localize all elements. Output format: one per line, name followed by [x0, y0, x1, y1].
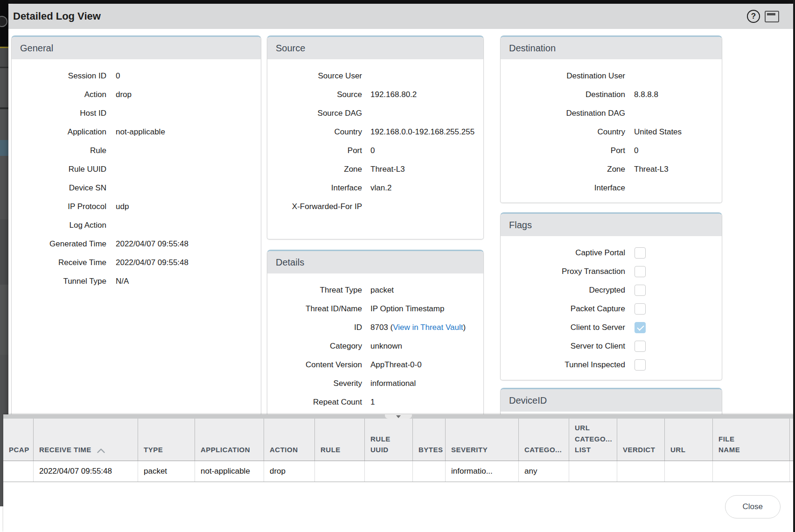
field-generated-time: Generated Time2022/04/07 09:55:48 [12, 235, 261, 253]
field-session-id: Session ID0 [12, 67, 261, 85]
details-panel-title: Details [267, 251, 483, 273]
field-source-port: Port0 [267, 141, 483, 160]
flag-checkbox-4[interactable] [635, 322, 646, 333]
column-header-application[interactable]: APPLICATION [195, 419, 264, 461]
cell-category: any [519, 461, 569, 482]
destination-panel-title: Destination [501, 37, 722, 59]
flag-server-to-client: Server to Client [501, 337, 722, 356]
flag-checkbox-2[interactable] [635, 285, 646, 296]
cell-rule-uuid [365, 461, 413, 482]
flag-tunnel-inspected: Tunnel Inspected [501, 356, 722, 374]
field-destination-zone: ZoneThreat-L3 [501, 160, 722, 179]
field-destination-interface: Interface [501, 179, 722, 197]
log-table-sheet: PCAP RECEIVE TIME TYPE APPLICATION ACTIO… [3, 414, 793, 532]
field-destination: Destination8.8.8.8 [501, 85, 722, 104]
general-panel-title: General [12, 37, 261, 59]
field-log-action: Log Action [12, 216, 261, 235]
field-rule: Rule [12, 141, 261, 160]
underlying-page-top-edge [0, 0, 795, 4]
cell-severity: informatio... [446, 461, 519, 482]
field-ip-protocol: IP Protocoludp [12, 197, 261, 216]
field-threat-id-name: Threat ID/NameIP Option Timestamp [267, 300, 483, 318]
splitter-drag-handle[interactable] [385, 414, 412, 419]
field-threat-type: Threat Typepacket [267, 281, 483, 300]
cell-verdict [617, 461, 665, 482]
field-host-id: Host ID [12, 104, 261, 123]
cell-type: packet [138, 461, 195, 482]
cell-url [665, 461, 713, 482]
horizontal-splitter [3, 414, 793, 419]
close-button[interactable]: Close [725, 495, 781, 518]
field-destination-port: Port0 [501, 141, 722, 160]
dialog-footer: Close [3, 482, 793, 518]
cell-url-category-list [569, 461, 617, 482]
underlying-page-right-edge [793, 0, 795, 532]
flag-checkbox-3[interactable] [635, 303, 646, 315]
flag-checkbox-5[interactable] [635, 341, 646, 352]
field-rule-uuid: Rule UUID [12, 160, 261, 179]
column-header-url-category-list[interactable]: URL CATEGO... LIST [569, 419, 617, 461]
field-destination-user: Destination User [501, 67, 722, 85]
flags-panel: Flags Captive Portal Proxy Transaction D… [500, 212, 722, 380]
cell-action: drop [264, 461, 315, 482]
column-header-file-name[interactable]: FILE NAME [713, 419, 790, 461]
flag-client-to-server: Client to Server [501, 318, 722, 337]
column-header-pcap[interactable]: PCAP [3, 419, 34, 461]
flag-checkbox-0[interactable] [635, 247, 646, 259]
field-x-forwarded-for-ip: X-Forwarded-For IP [267, 197, 483, 216]
field-threat-id: ID8703 (View in Threat Vault) [267, 318, 483, 337]
dialog-header: Detailed Log View ? [8, 4, 793, 29]
help-icon[interactable]: ? [747, 10, 760, 23]
cell-receive-time: 2022/04/07 09:55:48 [34, 461, 138, 482]
field-tunnel-type: Tunnel TypeN/A [12, 272, 261, 291]
column-header-verdict[interactable]: VERDICT [617, 419, 665, 461]
column-header-severity[interactable]: SEVERITY [446, 419, 519, 461]
field-repeat-count: Repeat Count1 [267, 393, 483, 412]
column-header-bytes[interactable]: BYTES [413, 419, 446, 461]
dialog-title: Detailed Log View [13, 10, 747, 22]
field-source-country: Country192.168.0.0-192.168.255.255 [267, 123, 483, 141]
field-action: Actiondrop [12, 85, 261, 104]
field-source-zone: ZoneThreat-L3 [267, 160, 483, 179]
field-destination-country: CountryUnited States [501, 123, 722, 141]
flag-captive-portal: Captive Portal [501, 244, 722, 262]
column-header-receive-time[interactable]: RECEIVE TIME [34, 419, 138, 461]
window-panel-icon[interactable] [765, 11, 779, 22]
cell-file-name [713, 461, 790, 482]
view-in-threat-vault-link[interactable]: View in Threat Vault [393, 323, 463, 332]
cell-pcap [3, 461, 34, 482]
flag-decrypted: Decrypted [501, 281, 722, 300]
flag-checkbox-1[interactable] [635, 266, 646, 277]
flag-packet-capture: Packet Capture [501, 300, 722, 318]
column-header-action[interactable]: ACTION [264, 419, 315, 461]
field-source-dag: Source DAG [267, 104, 483, 123]
cell-rule [315, 461, 365, 482]
table-header-row: PCAP RECEIVE TIME TYPE APPLICATION ACTIO… [3, 419, 793, 461]
log-table-row[interactable]: 2022/04/07 09:55:48 packet not-applicabl… [3, 461, 793, 482]
cell-application: not-applicable [195, 461, 264, 482]
field-category: Categoryunknown [267, 337, 483, 356]
field-receive-time: Receive Time2022/04/07 09:55:48 [12, 253, 261, 272]
source-panel: Source Source User Source192.168.80.2 So… [267, 35, 484, 239]
deviceid-panel-title: DeviceID [501, 389, 722, 412]
column-header-category[interactable]: CATEGO... [519, 419, 569, 461]
flags-panel-title: Flags [501, 214, 722, 236]
column-header-url[interactable]: URL [665, 419, 713, 461]
column-header-rule-uuid[interactable]: RULE UUID [365, 419, 413, 461]
field-source-interface: Interfacevlan.2 [267, 179, 483, 197]
field-destination-dag: Destination DAG [501, 104, 722, 123]
column-header-rule[interactable]: RULE [315, 419, 365, 461]
source-panel-title: Source [267, 37, 483, 59]
cell-bytes [413, 461, 446, 482]
field-application: Applicationnot-applicable [12, 123, 261, 141]
sort-ascending-icon [97, 448, 105, 453]
field-source: Source192.168.80.2 [267, 85, 483, 104]
field-severity: Severityinformational [267, 374, 483, 393]
field-device-sn: Device SN [12, 179, 261, 197]
field-content-version: Content VersionAppThreat-0-0 [267, 356, 483, 374]
column-header-type[interactable]: TYPE [138, 419, 195, 461]
field-source-user: Source User [267, 67, 483, 85]
destination-panel: Destination Destination User Destination… [500, 35, 722, 203]
flag-proxy-transaction: Proxy Transaction [501, 262, 722, 281]
flag-checkbox-6[interactable] [635, 359, 646, 371]
